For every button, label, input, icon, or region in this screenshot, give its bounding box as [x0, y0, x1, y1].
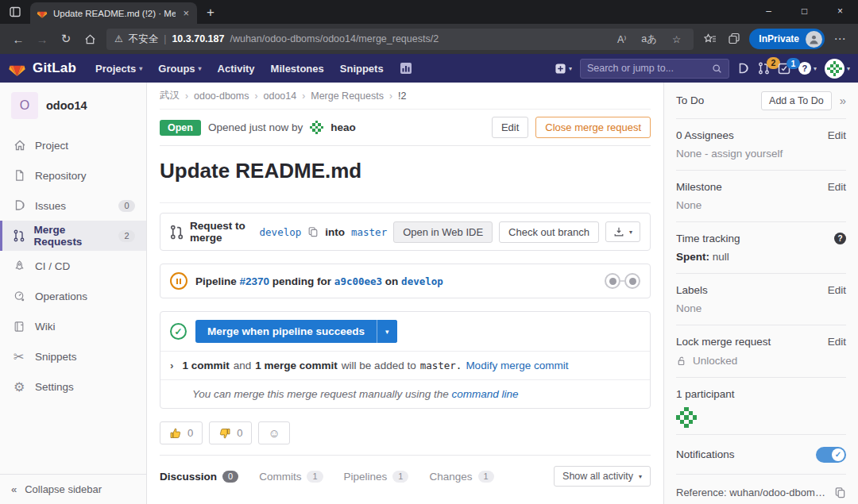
ready-check-icon: ✓ — [170, 323, 187, 340]
sidebar-item-operations[interactable]: Operations — [0, 281, 146, 311]
check-out-branch-button[interactable]: Check out branch — [499, 221, 599, 243]
inprivate-badge[interactable]: InPrivate — [749, 29, 825, 49]
add-reaction-button[interactable]: ☺ — [258, 421, 289, 444]
add-todo-button[interactable]: Add a To Do — [761, 91, 832, 110]
commit-summary-row: › 1 commit and 1 merge commit will be ad… — [160, 351, 650, 379]
security-warning-label[interactable]: 不安全 — [129, 33, 159, 46]
home-icon[interactable] — [78, 27, 102, 51]
nav-activity[interactable]: Activity — [210, 63, 263, 75]
search-box[interactable] — [580, 59, 729, 79]
breadcrumb-project[interactable]: odoo14 — [264, 90, 297, 102]
stats-chart-icon[interactable] — [392, 62, 420, 75]
unlock-icon — [676, 356, 686, 367]
target-branch-link[interactable]: master — [351, 226, 387, 238]
merge-requests-nav-icon[interactable]: 2 — [758, 62, 770, 75]
issues-nav-icon[interactable] — [737, 63, 750, 75]
sidebar-item-issues[interactable]: Issues 0 — [0, 190, 146, 221]
open-web-ide-button[interactable]: Open in Web IDE — [393, 221, 493, 243]
todos-nav-icon[interactable]: 1 — [778, 63, 790, 75]
pipeline-stage-icon[interactable] — [605, 273, 620, 289]
breadcrumb-merge-requests[interactable]: Merge Requests — [311, 90, 384, 102]
security-warning-icon: ⚠ — [114, 33, 123, 44]
notifications-toggle[interactable]: ✓ — [816, 447, 846, 463]
close-window-button[interactable]: × — [822, 0, 858, 22]
assign-yourself-link[interactable]: assign yourself — [711, 148, 783, 160]
sidebar-item-project[interactable]: Project — [0, 130, 146, 160]
copy-branch-icon[interactable] — [307, 226, 319, 237]
favorites-icon[interactable] — [698, 27, 722, 51]
issuable-sidebar: To Do Add a To Do » 0 Assignees Edit Non… — [663, 83, 858, 504]
lock-block: Lock merge request Edit Unlocked — [676, 325, 846, 378]
new-menu-button[interactable]: ▾ — [555, 63, 572, 75]
maximize-button[interactable]: □ — [786, 0, 822, 22]
search-input[interactable] — [587, 63, 707, 74]
tab-close-icon[interactable]: × — [181, 8, 191, 18]
translate-icon[interactable]: aあ — [636, 33, 662, 46]
download-dropdown-button[interactable]: ▾ — [605, 221, 640, 242]
sidebar-item-repository[interactable]: Repository — [0, 160, 146, 190]
refresh-icon[interactable]: ↻ — [54, 27, 78, 51]
edit-lock-link[interactable]: Edit — [828, 336, 846, 348]
thumbs-up-button[interactable]: 0 — [160, 421, 203, 444]
nav-projects[interactable]: Projects▾ — [87, 63, 150, 75]
tab-discussion[interactable]: Discussion 0 — [160, 471, 238, 483]
merge-options-caret[interactable]: ▾ — [377, 320, 397, 343]
todo-count-badge: 1 — [786, 58, 800, 70]
breadcrumb-subgroup[interactable]: odoo-dboms — [194, 90, 249, 102]
sidebar-item-snippets[interactable]: ✂ Snippets — [0, 341, 146, 371]
pipeline-stage-icon[interactable] — [624, 273, 640, 289]
sidebar-item-merge-requests[interactable]: Merge Requests 2 — [0, 221, 146, 251]
sidebar-item-cicd[interactable]: CI / CD — [0, 251, 146, 281]
reference-block: Reference: wuhan/odoo-dboms/... — [676, 475, 846, 504]
collections-icon[interactable] — [722, 27, 746, 51]
collapse-sidebar-button[interactable]: « Collapse sidebar — [0, 474, 146, 504]
author-name[interactable]: heao — [330, 121, 356, 133]
thumbs-down-button[interactable]: 0 — [209, 421, 252, 444]
show-all-activity-button[interactable]: Show all activity ▾ — [554, 466, 651, 487]
collapse-sidebar-icon[interactable]: » — [840, 94, 846, 107]
expand-chevron-icon[interactable]: › — [170, 360, 174, 371]
nav-snippets[interactable]: Snippets — [332, 63, 392, 75]
edit-assignees-link[interactable]: Edit — [828, 129, 846, 141]
sidebar-item-settings[interactable]: ⚙ Settings — [0, 371, 146, 402]
url-field[interactable]: ⚠ 不安全 | 10.3.70.187 /wuhan/odoo-dboms/od… — [106, 29, 694, 50]
edit-milestone-link[interactable]: Edit — [828, 181, 846, 193]
modify-merge-commit-link[interactable]: Modify merge commit — [466, 360, 568, 371]
settings-menu-icon[interactable]: ⋯ — [828, 27, 852, 51]
project-context-header[interactable]: O odoo14 — [0, 83, 146, 127]
minimize-button[interactable]: – — [751, 0, 786, 22]
new-tab-button[interactable]: + — [197, 5, 224, 24]
source-branch-link[interactable]: develop — [260, 226, 302, 238]
edit-button[interactable]: Edit — [492, 117, 528, 138]
operations-icon — [14, 290, 26, 302]
help-icon[interactable]: ? — [834, 233, 846, 244]
browser-addressbar: ← → ↻ ⚠ 不安全 | 10.3.70.187 /wuhan/odoo-db… — [0, 24, 858, 54]
breadcrumb-group[interactable]: 武汉 — [160, 89, 180, 102]
participant-avatar[interactable] — [676, 407, 697, 428]
user-menu-button[interactable]: ▾ — [825, 59, 850, 79]
commit-sha-link[interactable]: a9c00ee3 — [334, 275, 382, 287]
merge-when-pipeline-succeeds-button[interactable]: Merge when pipeline succeeds ▾ — [195, 320, 397, 343]
read-aloud-icon[interactable]: A⁾ — [613, 33, 631, 45]
gitlab-brand[interactable]: GitLab — [8, 60, 76, 78]
mr-title: Update README.md — [160, 159, 651, 183]
nav-milestones[interactable]: Milestones — [263, 63, 332, 75]
close-merge-request-button[interactable]: Close merge request — [535, 117, 651, 138]
tab-pipelines[interactable]: Pipelines 1 — [344, 471, 409, 483]
sidebar-item-wiki[interactable]: Wiki — [0, 311, 146, 341]
browser-tab[interactable]: Update README.md (!2) · Merge × — [30, 2, 197, 24]
participants-block: 1 participant — [676, 378, 846, 435]
pipeline-pending-icon[interactable] — [170, 272, 187, 290]
tab-changes[interactable]: Changes 1 — [429, 471, 493, 483]
help-menu-button[interactable]: ? ▾ — [798, 62, 817, 75]
edit-labels-link[interactable]: Edit — [828, 284, 846, 296]
nav-groups[interactable]: Groups▾ — [150, 63, 209, 75]
add-favorite-icon[interactable]: ☆ — [667, 33, 686, 45]
pipeline-id-link[interactable]: #2370 — [240, 275, 270, 287]
pipeline-branch-link[interactable]: develop — [401, 275, 443, 287]
copy-reference-icon[interactable] — [834, 487, 846, 498]
tab-commits[interactable]: Commits 1 — [259, 471, 323, 483]
command-line-link[interactable]: command line — [451, 388, 518, 400]
workspaces-icon[interactable] — [0, 0, 30, 24]
back-icon[interactable]: ← — [6, 27, 30, 51]
